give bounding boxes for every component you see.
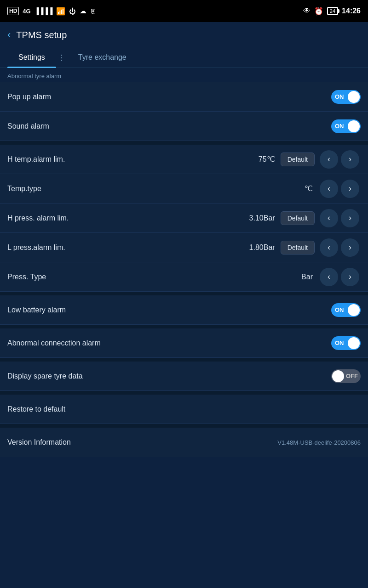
tab-more-icon: ⋮ bbox=[56, 48, 67, 68]
abnormal-connection-alarm-label: Abnormal connecction alarm bbox=[7, 339, 331, 347]
low-battery-alarm-label: Low battery alarm bbox=[7, 306, 331, 314]
separator-1 bbox=[0, 141, 368, 145]
separator-5 bbox=[0, 391, 368, 395]
press-type-label: Press. Type bbox=[7, 273, 301, 281]
shield-icon: ⛨ bbox=[90, 7, 97, 15]
h-temp-alarm-value: 75℃ bbox=[259, 155, 275, 164]
low-battery-alarm-track[interactable]: ON bbox=[331, 303, 361, 317]
l-press-alarm-default-button[interactable]: Default bbox=[281, 241, 315, 254]
separator-2 bbox=[0, 292, 368, 295]
sound-alarm-toggle-label: ON bbox=[335, 123, 344, 130]
l-press-alarm-label: L press.alarm lim. bbox=[7, 243, 249, 252]
temp-type-label: Temp.type bbox=[7, 185, 305, 193]
h-temp-alarm-decrement-button[interactable]: ‹ bbox=[320, 150, 338, 169]
wifi-icon: 📶 bbox=[56, 7, 65, 16]
l-press-alarm-value: 1.80Bar bbox=[249, 243, 275, 252]
h-temp-alarm-label: H temp.alarm lim. bbox=[7, 155, 259, 164]
popup-alarm-toggle[interactable]: ON bbox=[331, 90, 361, 104]
restore-default-label: Restore to default bbox=[7, 405, 361, 413]
status-bar: HD 4G ▐▐▐▐ 📶 ⏻ ☁ ⛨ 👁 ⏰ 24 14:26 bbox=[0, 0, 368, 22]
low-battery-alarm-toggle[interactable]: ON bbox=[331, 303, 361, 317]
popup-alarm-thumb bbox=[348, 91, 360, 103]
cloud-icon: ☁ bbox=[80, 7, 86, 15]
display-spare-tyre-track[interactable]: OFF bbox=[331, 369, 361, 383]
low-battery-alarm-thumb bbox=[348, 304, 360, 316]
abnormal-connection-alarm-thumb bbox=[348, 337, 360, 349]
h-press-alarm-row: H press. alarm lim. 3.10Bar Default ‹ › bbox=[0, 204, 368, 233]
press-type-value: Bar bbox=[301, 273, 313, 281]
restore-default-row[interactable]: Restore to default bbox=[0, 395, 368, 424]
abnormal-connection-alarm-toggle-label: ON bbox=[335, 339, 344, 346]
h-temp-alarm-default-button[interactable]: Default bbox=[281, 153, 315, 166]
h-temp-alarm-row: H temp.alarm lim. 75℃ Default ‹ › bbox=[0, 145, 368, 174]
display-spare-tyre-label: Display spare tyre data bbox=[7, 372, 331, 380]
popup-alarm-label: Pop up alarm bbox=[7, 93, 331, 101]
abnormal-connection-alarm-track[interactable]: ON bbox=[331, 336, 361, 350]
popup-alarm-row: Pop up alarm ON bbox=[0, 82, 368, 112]
press-type-increment-button[interactable]: › bbox=[341, 268, 359, 286]
press-type-decrement-button[interactable]: ‹ bbox=[320, 268, 338, 286]
status-left-icons: HD 4G ▐▐▐▐ 📶 ⏻ ☁ ⛨ bbox=[7, 7, 97, 16]
display-spare-tyre-thumb bbox=[332, 370, 344, 382]
display-spare-tyre-row: Display spare tyre data OFF bbox=[0, 362, 368, 391]
power-icon: ⏻ bbox=[69, 7, 76, 15]
section-label-abnormal: Abnormal tyre alarm bbox=[0, 68, 368, 82]
press-type-row: Press. Type Bar ‹ › bbox=[0, 262, 368, 292]
tabs-bar: Settings ⋮ Tyre exchange bbox=[0, 48, 368, 68]
popup-alarm-track[interactable]: ON bbox=[331, 90, 361, 104]
alarm-icon: ⏰ bbox=[314, 7, 323, 16]
temp-type-row: Temp.type ℃ ‹ › bbox=[0, 174, 368, 204]
low-battery-alarm-row: Low battery alarm ON bbox=[0, 295, 368, 325]
app-header: ‹ TPMS setup bbox=[0, 22, 368, 48]
separator-3 bbox=[0, 325, 368, 328]
settings-content: Abnormal tyre alarm Pop up alarm ON Soun… bbox=[0, 68, 368, 588]
temp-type-increment-button[interactable]: › bbox=[341, 180, 359, 198]
eye-icon: 👁 bbox=[303, 7, 310, 15]
status-right-icons: 👁 ⏰ 24 14:26 bbox=[303, 7, 361, 16]
h-temp-alarm-increment-button[interactable]: › bbox=[341, 150, 359, 169]
separator-6 bbox=[0, 424, 368, 428]
h-press-alarm-default-button[interactable]: Default bbox=[281, 211, 315, 225]
tab-tyre-exchange[interactable]: Tyre exchange bbox=[67, 48, 138, 68]
display-spare-tyre-toggle[interactable]: OFF bbox=[331, 369, 361, 383]
battery-icon: 24 bbox=[327, 7, 338, 15]
temp-type-value: ℃ bbox=[305, 184, 313, 193]
display-spare-tyre-toggle-label: OFF bbox=[346, 373, 358, 379]
l-press-alarm-increment-button[interactable]: › bbox=[341, 238, 359, 257]
status-time: 14:26 bbox=[342, 7, 361, 15]
abnormal-connection-alarm-toggle[interactable]: ON bbox=[331, 336, 361, 350]
h-press-alarm-label: H press. alarm lim. bbox=[7, 214, 249, 222]
back-button[interactable]: ‹ bbox=[7, 29, 11, 41]
l-press-alarm-decrement-button[interactable]: ‹ bbox=[320, 238, 338, 257]
sound-alarm-thumb bbox=[348, 120, 360, 132]
sound-alarm-toggle[interactable]: ON bbox=[331, 119, 361, 133]
low-battery-alarm-toggle-label: ON bbox=[335, 306, 344, 313]
hd-icon: HD bbox=[7, 7, 19, 15]
version-info-row: Version Information V1.48M-USB-deelife-2… bbox=[0, 428, 368, 457]
signal-icon: ▐▐▐▐ bbox=[34, 7, 53, 15]
abnormal-connection-alarm-row: Abnormal connecction alarm ON bbox=[0, 328, 368, 358]
h-press-alarm-decrement-button[interactable]: ‹ bbox=[320, 209, 338, 227]
4g-icon: 4G bbox=[23, 8, 30, 15]
tab-settings[interactable]: Settings bbox=[7, 48, 56, 68]
h-press-alarm-value: 3.10Bar bbox=[249, 214, 275, 222]
sound-alarm-label: Sound alarm bbox=[7, 122, 331, 130]
sound-alarm-row: Sound alarm ON bbox=[0, 112, 368, 141]
sound-alarm-track[interactable]: ON bbox=[331, 119, 361, 133]
app-title: TPMS setup bbox=[16, 30, 67, 40]
version-info-label: Version Information bbox=[7, 438, 277, 447]
temp-type-decrement-button[interactable]: ‹ bbox=[320, 180, 338, 198]
l-press-alarm-row: L press.alarm lim. 1.80Bar Default ‹ › bbox=[0, 233, 368, 262]
version-info-value: V1.48M-USB-deelife-20200806 bbox=[277, 439, 361, 446]
h-press-alarm-increment-button[interactable]: › bbox=[341, 209, 359, 227]
popup-alarm-toggle-label: ON bbox=[335, 93, 344, 100]
separator-4 bbox=[0, 358, 368, 362]
